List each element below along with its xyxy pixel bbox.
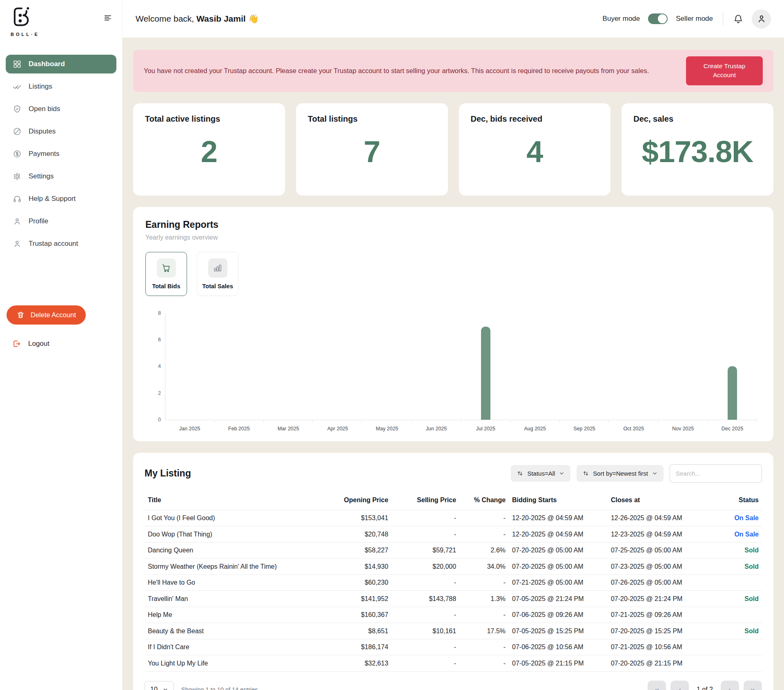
- topbar: Welcome back, Wasib Jamil 👋 Buyer mode S…: [122, 0, 784, 38]
- percent-change-cell: -: [459, 639, 509, 655]
- bidding-starts-cell: 07-05-2025 @ 21:15 PM: [509, 655, 608, 672]
- pagination: « ‹ 1 of 2 › »: [648, 681, 762, 690]
- trustap-alert-banner: You have not created your Trustap accoun…: [133, 50, 773, 92]
- status-badge: Sold: [716, 623, 762, 639]
- sort-arrows-icon: [517, 470, 523, 477]
- notifications-bell-icon[interactable]: [733, 13, 744, 24]
- sidebar-item-label: Listings: [29, 82, 52, 91]
- delete-account-button[interactable]: Delete Account: [7, 305, 86, 325]
- tab-total-bids[interactable]: Total Bids: [145, 252, 187, 296]
- stat-card: Total active listings2: [133, 103, 285, 196]
- chart-bar: [481, 327, 490, 420]
- title-cell: You Light Up My Life: [145, 655, 323, 672]
- sidebar-item-listings[interactable]: Listings: [6, 77, 116, 96]
- selling-price-cell: $59,721: [392, 542, 459, 559]
- table-row[interactable]: Stormy Weather (Keeps Rainin' All the Ti…: [145, 559, 762, 575]
- page-indicator: 1 of 2: [697, 686, 713, 690]
- opening-price-cell: $186,174: [323, 639, 391, 655]
- sort-filter-dropdown[interactable]: Sort by=Newest first: [577, 465, 664, 482]
- mode-toggle[interactable]: [648, 13, 668, 24]
- status-badge: [716, 574, 762, 591]
- last-page-button[interactable]: »: [744, 681, 762, 690]
- tab-total-sales[interactable]: Total Sales: [197, 252, 238, 296]
- listing-title: My Listing: [145, 468, 505, 479]
- tab-label: Total Sales: [202, 283, 233, 289]
- y-axis-tick-label: 4: [158, 363, 161, 369]
- title-cell: Stormy Weather (Keeps Rainin' All the Ti…: [145, 559, 323, 575]
- closes-at-cell: 07-26-2025 @ 05:00 AM: [608, 574, 716, 591]
- opening-price-cell: $153,041: [323, 510, 391, 526]
- selling-price-cell: -: [392, 574, 459, 591]
- selling-price-cell: -: [392, 607, 459, 623]
- earning-tabs: Total BidsTotal Sales: [145, 252, 761, 296]
- next-page-button[interactable]: ›: [721, 681, 739, 690]
- selling-price-cell: -: [392, 526, 459, 543]
- table-row[interactable]: If I Didn't Care$186,174--07-06-2025 @ 1…: [145, 639, 762, 655]
- table-row[interactable]: Dancing Queen$58,227$59,7212.6%07-20-202…: [145, 542, 762, 559]
- search-input[interactable]: [670, 464, 762, 483]
- sidebar-bottom: Delete Account Logout: [0, 305, 122, 348]
- stat-title: Dec, bids received: [471, 114, 599, 124]
- sidebar-item-help-support[interactable]: Help & Support: [6, 189, 116, 208]
- selling-price-cell: -: [392, 510, 459, 526]
- avatar[interactable]: [752, 9, 771, 29]
- delete-account-label: Delete Account: [31, 311, 76, 319]
- x-axis-tick: [313, 420, 362, 423]
- table-row[interactable]: I Got You (I Feel Good)$153,041--12-20-2…: [145, 510, 762, 526]
- chart-plot-area: 02468: [165, 313, 757, 420]
- sidebar-item-label: Settings: [29, 172, 53, 180]
- sidebar-item-payments[interactable]: Payments: [6, 145, 116, 163]
- sidebar-item-dashboard[interactable]: Dashboard: [6, 55, 116, 73]
- stat-card: Dec, sales$173.8K: [621, 103, 773, 196]
- selling-price-cell: -: [392, 639, 459, 655]
- dollar-circle-icon: [13, 149, 22, 158]
- first-page-button[interactable]: «: [648, 681, 666, 690]
- table-row[interactable]: You Light Up My Life$32,613--07-05-2025 …: [145, 655, 762, 672]
- create-trustap-account-button[interactable]: Create Trustap Account: [686, 56, 763, 85]
- stat-card: Dec, bids received4: [459, 103, 611, 196]
- table-row[interactable]: Doo Wop (That Thing)$20,748--12-20-2025 …: [145, 526, 762, 543]
- prev-page-button[interactable]: ‹: [670, 681, 689, 690]
- x-axis-label: Oct 2025: [609, 426, 658, 432]
- table-row[interactable]: Travellin' Man$141,952$143,7881.3%07-05-…: [145, 591, 762, 607]
- listing-table-wrap: TitleOpening PriceSelling Price% ChangeB…: [133, 493, 773, 672]
- y-axis-tick-label: 2: [158, 390, 161, 396]
- entries-summary: Showing 1 to 10 of 14 entries: [181, 686, 258, 690]
- bidding-starts-cell: 07-06-2025 @ 10:56 AM: [509, 639, 608, 655]
- dashboard-content: You have not created your Trustap accoun…: [122, 38, 784, 690]
- closes-at-cell: 07-20-2025 @ 21:24 PM: [608, 591, 716, 607]
- page-size-select[interactable]: 10: [145, 681, 174, 690]
- title-cell: Dancing Queen: [145, 542, 323, 559]
- chart-bar-cell: [659, 313, 708, 420]
- sidebar-item-profile[interactable]: Profile: [6, 212, 116, 231]
- closes-at-cell: 12-23-2025 @ 04:59 AM: [608, 526, 716, 543]
- table-row[interactable]: Beauty & the Beast$8,651$10,16117.5%07-0…: [145, 623, 762, 639]
- percent-change-cell: -: [459, 526, 509, 543]
- user-icon: [13, 239, 22, 248]
- sidebar-item-trustap-account[interactable]: Trustap account: [6, 234, 116, 253]
- x-axis-tick: [658, 420, 708, 423]
- status-filter-dropdown[interactable]: Status=All: [511, 465, 570, 482]
- y-axis-tick-label: 6: [158, 337, 161, 343]
- status-badge: Sold: [716, 591, 762, 607]
- x-axis-tick: [461, 420, 510, 423]
- percent-change-cell: -: [459, 574, 509, 591]
- logout-button[interactable]: Logout: [12, 339, 116, 348]
- percent-change-cell: 2.6%: [459, 542, 509, 559]
- opening-price-cell: $14,930: [323, 559, 391, 575]
- buyer-mode-label: Buyer mode: [603, 15, 640, 23]
- sidebar-item-open-bids[interactable]: Open bids: [6, 100, 116, 118]
- x-axis-label: Aug 2025: [510, 426, 560, 432]
- opening-price-cell: $60,230: [323, 574, 391, 591]
- table-row[interactable]: He'll Have to Go$60,230--07-21-2025 @ 05…: [145, 574, 762, 591]
- shield-check-icon: [13, 105, 22, 114]
- sidebar-item-label: Payments: [29, 150, 60, 158]
- closes-at-cell: 07-21-2025 @ 10:56 AM: [608, 639, 716, 655]
- percent-change-cell: -: [459, 607, 509, 623]
- sidebar-item-disputes[interactable]: Disputes: [6, 122, 116, 141]
- user-icon: [13, 217, 22, 226]
- column-header: Closes at: [608, 493, 716, 510]
- sidebar-item-settings[interactable]: Settings: [6, 167, 116, 186]
- table-row[interactable]: Help Me$160,367--07-06-2025 @ 09:26 AM07…: [145, 607, 762, 623]
- sidebar-collapse-icon[interactable]: [103, 13, 112, 22]
